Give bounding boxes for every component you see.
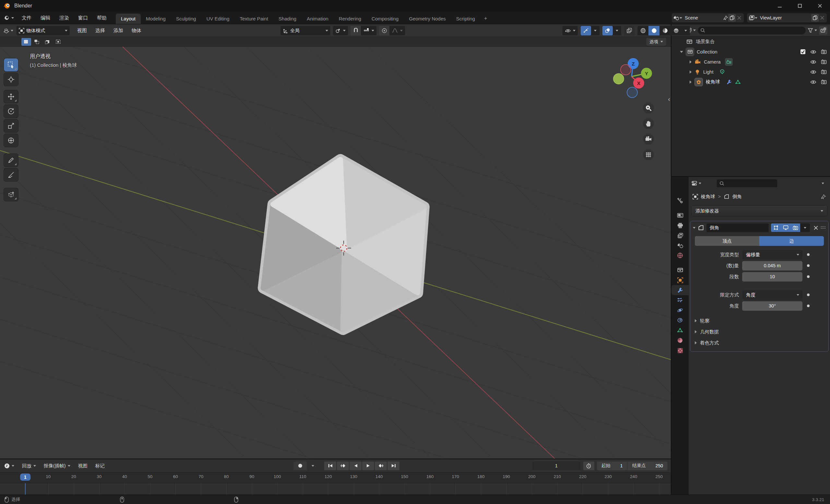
expand-mesh-icon[interactable] [690,81,692,84]
gizmo-z-neg-axis[interactable] [627,87,638,98]
jump-to-end-button[interactable] [387,462,400,470]
add-workspace-button[interactable]: + [480,13,491,24]
use-preview-range-toggle[interactable] [583,462,594,470]
shading-material-button[interactable] [660,26,670,35]
shading-dropdown[interactable] [681,26,690,35]
tab-view-layer[interactable] [671,230,689,240]
pin-icon[interactable] [821,194,826,199]
tab-particles[interactable] [671,295,689,305]
proportional-falloff-selector[interactable] [389,26,405,35]
modifier-realtime-toggle[interactable] [781,223,791,232]
tab-material[interactable] [671,335,689,345]
modifier-render-toggle[interactable] [791,223,800,232]
tab-sculpting[interactable]: Sculpting [171,13,201,24]
animate-dot[interactable] [807,305,809,307]
tab-uv-editing[interactable]: UV Editing [201,13,235,24]
camera-view-button[interactable] [643,134,654,145]
eye-visible-icon[interactable] [810,80,817,84]
pan-view-button[interactable] [643,118,654,129]
eye-visible-icon[interactable] [810,50,817,54]
panel-collapse-chevron[interactable] [693,227,696,229]
tab-vertices[interactable]: 顶点 [695,236,759,246]
zoom-view-button[interactable] [643,102,654,114]
tab-output[interactable] [671,220,689,230]
scene-name[interactable]: Scene [682,15,723,21]
breadcrumb-object-name[interactable]: 棱角球 [701,194,715,200]
checkbox-checked-icon[interactable] [800,49,806,55]
tab-rendering[interactable]: Rendering [333,13,366,24]
unlink-icon[interactable] [737,15,741,20]
tool-annotate[interactable] [4,154,18,167]
pin-icon[interactable] [723,15,728,21]
editor-type-button[interactable] [0,28,17,34]
render-camera-icon[interactable] [821,49,827,54]
overlays-toggle[interactable] [602,26,613,35]
tab-animation[interactable]: Animation [301,13,333,24]
viewlayer-new-button[interactable] [811,14,819,22]
timeline-band[interactable] [0,483,671,495]
select-mode-subtract-button[interactable] [43,38,53,46]
gizmos-toggle[interactable] [581,26,591,35]
snap-target-selector[interactable] [361,26,376,35]
tab-scripting[interactable]: Scripting [451,13,480,24]
select-mode-invert-button[interactable] [54,38,63,46]
outliner-row-scene-collection[interactable]: 场景集合 [671,37,830,47]
render-camera-icon[interactable] [821,69,827,74]
menu-window[interactable]: 窗口 [73,12,92,24]
section-profile[interactable]: 轮廓 [690,315,828,326]
timeline-ruler[interactable]: 1020304050607080901001101201301401501601… [0,473,671,483]
outliner-row-light[interactable]: Light [671,67,830,77]
tab-render[interactable] [671,210,689,220]
animate-dot[interactable] [807,293,809,296]
gizmo-y-axis[interactable]: Y [641,68,652,79]
tool-scale[interactable] [4,119,18,132]
tool-rotate[interactable] [4,105,18,118]
tool-add-primitive[interactable] [4,188,18,201]
remove-viewlayer-icon[interactable] [820,15,825,20]
tab-scene[interactable] [671,240,689,250]
limit-method-dropdown[interactable]: 角度 [742,290,802,300]
viewport-menu-object[interactable]: 物体 [127,28,146,34]
jump-to-start-button[interactable] [324,462,336,470]
blender-menu-button[interactable] [0,12,17,24]
outliner-filter-button[interactable] [808,28,817,33]
tab-layout[interactable]: Layout [116,13,141,24]
frame-end-field[interactable]: 结束点 250 [628,462,668,470]
properties-editor-type-button[interactable] [691,180,701,187]
auto-keying-toggle[interactable] [293,462,307,470]
mode-selector[interactable]: 物体模式 [17,26,70,35]
shading-wireframe-button[interactable] [637,26,648,35]
animate-dot[interactable] [807,253,809,256]
tab-physics[interactable] [671,305,689,315]
tool-move[interactable] [4,90,18,103]
menu-help[interactable]: 帮助 [92,12,111,24]
play-reverse-button[interactable] [350,462,361,470]
tab-modeling[interactable]: Modeling [141,13,171,24]
timeline-marker-menu[interactable]: 标记 [91,463,108,469]
eye-visible-icon[interactable] [810,70,817,74]
menu-file[interactable]: 文件 [17,12,36,24]
tab-compositing[interactable]: Compositing [366,13,404,24]
prev-keyframe-button[interactable] [337,462,349,470]
render-camera-icon[interactable] [821,59,827,64]
sidebar-collapse-arrow[interactable]: ‹ [668,95,670,103]
outliner-row-mesh[interactable]: 棱角球 [671,77,830,87]
section-geometry[interactable]: 几何数据 [690,326,828,337]
tool-cursor[interactable] [4,73,18,86]
tool-select-box[interactable] [4,58,18,71]
angle-field[interactable]: 30° [742,301,802,311]
gizmos-dropdown[interactable] [591,26,600,35]
outliner-row-camera[interactable]: Camera [671,57,830,67]
add-modifier-button[interactable]: 添加修改器 [691,205,827,216]
frame-start-field[interactable]: 起始 1 [597,462,627,470]
segments-field[interactable]: 10 [742,272,802,282]
gizmo-x-axis[interactable]: X [633,77,644,89]
overlays-dropdown[interactable] [613,26,621,35]
proportional-editing-toggle[interactable] [379,26,389,35]
mesh-data-icon[interactable] [735,80,741,85]
viewport-3d[interactable]: 用户透视 (1) Collection | 棱角球 [0,47,671,459]
eye-visible-icon[interactable] [810,60,817,64]
modifier-name-field[interactable]: 倒角 [706,223,769,232]
viewport-options-button[interactable]: 选项 [646,38,666,46]
menu-render[interactable]: 渲染 [55,12,73,24]
